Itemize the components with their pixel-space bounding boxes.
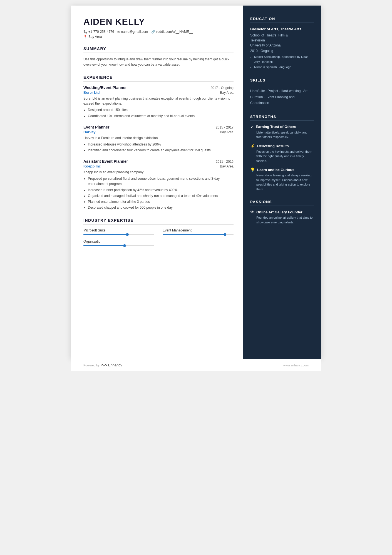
eye-icon: 👁 bbox=[250, 210, 254, 214]
job-date-1: 2017 - Ongoing bbox=[210, 86, 234, 90]
footer: Powered by Enhancv www.enhancv.com bbox=[71, 359, 321, 371]
right-column: EDUCATION Bachelor of Arts, Theatre Arts… bbox=[243, 6, 321, 359]
footer-brand: Powered by Enhancv bbox=[83, 363, 122, 367]
job-location-3: Bay Area bbox=[220, 164, 234, 168]
job-company-row-1: Borer Ltd Bay Area bbox=[83, 90, 234, 95]
experience-divider bbox=[83, 81, 234, 82]
skills-section: SKILLS HootSuite · Project · Hard-workin… bbox=[250, 78, 314, 106]
job-title-3: Assistant Event Planner bbox=[83, 159, 128, 164]
expertise-title: INDUSTRY EXPERTISE bbox=[83, 218, 234, 223]
job-header-3: Assistant Event Planner 2011 - 2015 bbox=[83, 159, 234, 164]
education-section: EDUCATION Bachelor of Arts, Theatre Arts… bbox=[250, 17, 314, 70]
bullet-item: Planned entertainment for all the 3 part… bbox=[88, 199, 234, 204]
name-section: AIDEN KELLY 📞 +1-770-258-4776 ✉ name@gma… bbox=[83, 17, 234, 39]
phone-icon: 📞 bbox=[83, 30, 87, 34]
email-icon: ✉ bbox=[117, 30, 120, 34]
passion-desc-1: Founded an online art gallery that aims … bbox=[250, 215, 314, 225]
strengths-section: STRENGTHS ✔ Earning Trust of Others List… bbox=[250, 115, 314, 192]
bar-dot-1 bbox=[126, 233, 129, 236]
expertise-label-3: Organization bbox=[83, 240, 154, 243]
strengths-divider bbox=[250, 120, 314, 121]
job-item-1: Wedding/Event Planner 2017 - Ongoing Bor… bbox=[83, 85, 234, 119]
strength-header-3: 💡 Learn and be Curious bbox=[250, 167, 314, 172]
job-desc-1: Borer Ltd is an event planning business … bbox=[83, 96, 234, 106]
bullet-item: Increased in-house workshop attendees by… bbox=[88, 142, 234, 147]
bullet-item: Identified and coordinated four vendors … bbox=[88, 148, 234, 153]
edu-year: 2010 - Ongoing bbox=[250, 49, 314, 53]
experience-title: EXPERIENCE bbox=[83, 75, 234, 80]
phone-number: +1-770-258-4776 bbox=[88, 30, 114, 34]
edu-degree: Bachelor of Arts, Theatre Arts bbox=[250, 27, 314, 32]
strength-desc-1: Listen attentively, speak candidly, and … bbox=[250, 130, 314, 139]
email-item: ✉ name@gmail.com bbox=[117, 30, 148, 34]
strengths-title: STRENGTHS bbox=[250, 115, 314, 119]
passion-name-1: Online Art Gallery Founder bbox=[256, 210, 302, 214]
job-desc-2: Harvey is a Furniture and interior desig… bbox=[83, 135, 234, 140]
strength-desc-3: Never done learning and always seeking t… bbox=[250, 173, 314, 191]
job-date-3: 2011 - 2015 bbox=[216, 160, 234, 164]
skills-title: SKILLS bbox=[250, 78, 314, 82]
location-icon: 📍 bbox=[83, 35, 87, 39]
job-company-2: Harvey bbox=[83, 130, 95, 134]
reddit-url: reddit.com/u/__NAME__ bbox=[156, 30, 193, 34]
summary-text: Use this opportunity to intrigue and dra… bbox=[83, 57, 234, 67]
bullet-item: Coordinated 10+ interns and volunteers a… bbox=[88, 114, 234, 119]
summary-title: SUMMARY bbox=[83, 46, 234, 51]
job-date-2: 2015 - 2017 bbox=[216, 125, 234, 129]
strength-header-2: ⚡ Delivering Results bbox=[250, 144, 314, 148]
job-bullets-1: Designed around 150 sites. Coordinated 1… bbox=[83, 107, 234, 119]
job-title-2: Event Planner bbox=[83, 125, 109, 129]
job-item-2: Event Planner 2015 - 2017 Harvey Bay Are… bbox=[83, 125, 234, 153]
bullet-item: Designed around 150 sites. bbox=[88, 107, 234, 113]
edu-bullets: Medici Scholarship, Sponsored by Dean Jo… bbox=[250, 55, 314, 70]
strength-header-1: ✔ Earning Trust of Others bbox=[250, 125, 314, 129]
passions-section: PASSIONS 👁 Online Art Gallery Founder Fo… bbox=[250, 200, 314, 225]
bar-fill-3 bbox=[83, 245, 125, 246]
job-title-1: Wedding/Event Planner bbox=[83, 85, 127, 90]
location-row: 📍 Bay Area bbox=[83, 35, 234, 39]
strength-item-1: ✔ Earning Trust of Others Listen attenti… bbox=[250, 125, 314, 139]
link-icon: 🔗 bbox=[151, 30, 155, 34]
brand-name: Enhancv bbox=[108, 363, 122, 367]
bar-track-3 bbox=[83, 245, 154, 246]
enhancv-logo-svg bbox=[101, 363, 107, 367]
passions-divider bbox=[250, 206, 314, 206]
strength-name-1: Earning Trust of Others bbox=[256, 125, 296, 129]
checkmark-icon: ✔ bbox=[250, 125, 254, 129]
expertise-item-1: Microsoft Suite bbox=[83, 228, 154, 235]
edu-bullet-item: Medici Scholarship, Sponsored by Dean Jo… bbox=[254, 55, 314, 64]
summary-divider bbox=[83, 53, 234, 53]
expertise-item-2: Event Management bbox=[163, 228, 234, 235]
job-location-2: Bay Area bbox=[220, 130, 234, 134]
expertise-item-3: Organization bbox=[83, 240, 154, 246]
job-bullets-2: Increased in-house workshop attendees by… bbox=[83, 142, 234, 153]
skills-divider bbox=[250, 84, 314, 84]
expertise-divider bbox=[83, 224, 234, 225]
job-company-1: Borer Ltd bbox=[83, 90, 100, 95]
bar-fill-1 bbox=[83, 234, 127, 235]
expertise-grid: Microsoft Suite Event Management bbox=[83, 228, 234, 246]
bullet-item: Increased runner participation by 42% an… bbox=[88, 188, 234, 193]
expertise-label-2: Event Management bbox=[163, 228, 234, 232]
lightning-icon: ⚡ bbox=[250, 144, 255, 148]
footer-website: www.enhancv.com bbox=[283, 364, 309, 367]
job-company-row-2: Harvey Bay Area bbox=[83, 130, 234, 134]
edu-bullet-item: Minor in Spanish Language bbox=[254, 65, 314, 70]
skills-text: HootSuite · Project · Hard-working · Art… bbox=[250, 88, 314, 106]
bar-dot-2 bbox=[224, 233, 226, 236]
expertise-label-1: Microsoft Suite bbox=[83, 228, 154, 232]
bar-track-2 bbox=[163, 234, 234, 235]
candidate-name: AIDEN KELLY bbox=[83, 17, 234, 27]
enhancv-logo: Enhancv bbox=[101, 363, 122, 367]
contact-row: 📞 +1-770-258-4776 ✉ name@gmail.com 🔗 red… bbox=[83, 30, 234, 34]
bar-track-1 bbox=[83, 234, 154, 235]
bulb-icon: 💡 bbox=[250, 167, 255, 172]
strength-item-3: 💡 Learn and be Curious Never done learni… bbox=[250, 167, 314, 191]
education-divider bbox=[250, 23, 314, 23]
job-header-1: Wedding/Event Planner 2017 - Ongoing bbox=[83, 85, 234, 90]
job-company-row-3: Koepp Inc Bay Area bbox=[83, 164, 234, 168]
job-company-3: Koepp Inc bbox=[83, 164, 101, 168]
passions-title: PASSIONS bbox=[250, 200, 314, 204]
job-bullets-3: Proposed personalized floral and venue d… bbox=[83, 176, 234, 210]
strength-item-2: ⚡ Delivering Results Focus on the key in… bbox=[250, 144, 314, 163]
